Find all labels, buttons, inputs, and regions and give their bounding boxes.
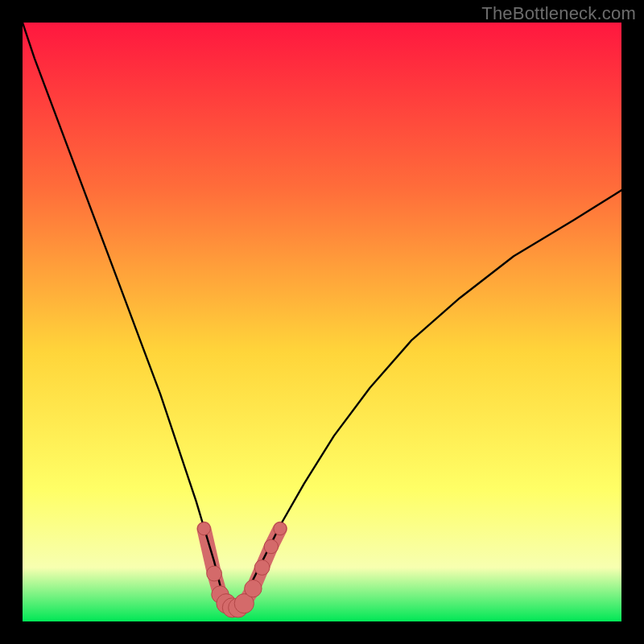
- marker-dot: [207, 566, 222, 581]
- gradient-bg: [23, 23, 621, 621]
- marker-dot: [274, 522, 287, 535]
- watermark: TheBottleneck.com: [481, 3, 636, 24]
- marker-dot: [245, 580, 262, 597]
- marker-dot: [197, 522, 210, 535]
- chart-svg: [23, 23, 621, 621]
- plot-area: [23, 23, 621, 621]
- marker-dot: [264, 539, 278, 553]
- marker-dot: [254, 560, 270, 576]
- chart-frame: TheBottleneck.com: [0, 0, 644, 644]
